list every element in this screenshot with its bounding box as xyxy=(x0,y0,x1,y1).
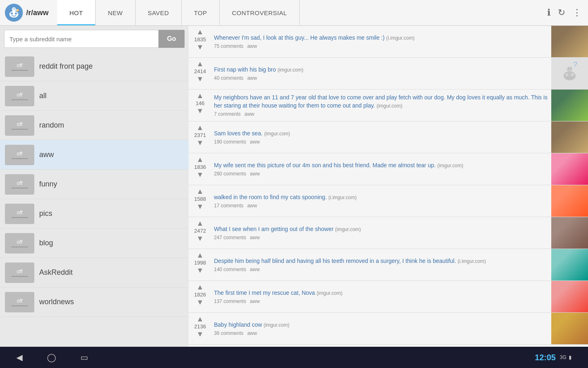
comments-count[interactable]: 17 comments xyxy=(214,203,243,209)
tab-saved[interactable]: SAVED xyxy=(136,0,182,25)
post-thumbnail[interactable] xyxy=(551,153,588,185)
sidebar-item-blog[interactable]: off blog xyxy=(0,229,189,258)
tab-top[interactable]: TOP xyxy=(182,0,220,25)
post-title[interactable]: First nap with his big bro (imgur.com) xyxy=(214,66,549,74)
toggle-all[interactable]: off xyxy=(5,86,34,106)
sidebar-item-aww[interactable]: off aww xyxy=(0,140,189,170)
toggle-random-label: off xyxy=(17,121,22,127)
sidebar-item-funny[interactable]: off funny xyxy=(0,170,189,199)
comments-count[interactable]: 75 comments xyxy=(214,43,243,49)
post-thumbnail[interactable] xyxy=(551,90,588,121)
vote-count: 2136 xyxy=(194,323,206,330)
upvote-button[interactable]: ▲ xyxy=(196,251,204,259)
go-button[interactable]: Go xyxy=(158,30,185,48)
search-input[interactable] xyxy=(4,30,158,48)
post-meta: 75 comments aww xyxy=(214,43,549,49)
upvote-button[interactable]: ▲ xyxy=(196,188,204,195)
posts-area: ▲ 1835 ▼ Whenever I'm sad, I look at thi… xyxy=(189,26,588,347)
sidebar-item-all[interactable]: off all xyxy=(0,81,189,111)
post-thumbnail[interactable] xyxy=(551,249,588,280)
svg-point-10 xyxy=(571,73,574,76)
post-thumbnail[interactable] xyxy=(551,217,588,249)
post-thumbnail[interactable] xyxy=(551,281,588,312)
post-title[interactable]: The first time I met my rescue cat, Nova… xyxy=(214,289,549,297)
post-subreddit: aww xyxy=(247,43,257,49)
recents-button[interactable]: ▭ xyxy=(80,352,88,362)
upvote-button[interactable]: ▲ xyxy=(196,315,204,323)
toggle-frontpage[interactable]: off xyxy=(5,56,34,77)
comments-count[interactable]: 140 comments xyxy=(214,267,246,272)
downvote-button[interactable]: ▼ xyxy=(196,330,204,338)
back-button[interactable]: ◀ xyxy=(16,352,22,362)
upvote-button[interactable]: ▲ xyxy=(196,283,204,291)
toggle-line xyxy=(11,217,28,218)
post-title[interactable]: Despite him being half blind and having … xyxy=(214,257,549,265)
downvote-button[interactable]: ▼ xyxy=(196,75,204,83)
post-thumbnail[interactable] xyxy=(551,26,588,57)
home-button[interactable]: ◯ xyxy=(47,352,56,362)
upvote-button[interactable]: ▲ xyxy=(196,220,204,227)
more-options-icon[interactable]: ⋮ xyxy=(572,7,581,18)
toggle-worldnews[interactable]: off xyxy=(5,292,34,312)
downvote-button[interactable]: ▼ xyxy=(196,43,204,51)
upvote-button[interactable]: ▲ xyxy=(196,28,204,36)
post-thumbnail[interactable]: ? xyxy=(551,58,588,89)
sidebar-item-askreddit[interactable]: off AskReddit xyxy=(0,258,189,287)
sidebar-label-frontpage: reddit front page xyxy=(39,62,93,71)
tab-controversial[interactable]: CONTROVERSIAL xyxy=(220,0,300,25)
post-thumbnail[interactable] xyxy=(551,313,588,344)
post-title[interactable]: My neighbors have an 11 and 7 year old t… xyxy=(214,94,549,110)
upvote-button[interactable]: ▲ xyxy=(196,60,204,67)
toggle-random[interactable]: off xyxy=(5,115,34,136)
toggle-pics-label: off xyxy=(17,209,22,215)
post-meta: 36 comments aww xyxy=(214,330,549,336)
upvote-button[interactable]: ▲ xyxy=(196,124,204,131)
refresh-icon[interactable]: ↻ xyxy=(558,7,565,18)
post-title[interactable]: What I see when I am getting out of the … xyxy=(214,225,549,233)
sidebar-item-random[interactable]: off random xyxy=(0,111,189,140)
post-title[interactable]: walked in the room to find my cats spoon… xyxy=(214,193,549,202)
vote-count: 2371 xyxy=(194,132,206,138)
sidebar-item-frontpage[interactable]: off reddit front page xyxy=(0,52,189,81)
sidebar-label-askreddit: AskReddit xyxy=(39,268,73,277)
post-thumbnail[interactable] xyxy=(551,121,588,153)
info-icon[interactable]: ℹ xyxy=(547,7,550,18)
downvote-button[interactable]: ▼ xyxy=(196,203,204,210)
toggle-funny[interactable]: off xyxy=(5,174,34,195)
post-domain: (imgur.com) xyxy=(278,67,303,73)
logo-area: /r/aww xyxy=(0,0,57,25)
toggle-funny-label: off xyxy=(17,180,22,186)
comments-count[interactable]: 280 comments xyxy=(214,171,246,177)
downvote-button[interactable]: ▼ xyxy=(196,267,204,274)
post-title[interactable]: Baby highland cow (imgur.com) xyxy=(214,321,549,329)
comments-count[interactable]: 36 comments xyxy=(214,330,243,336)
post-meta: 40 comments aww xyxy=(214,75,549,81)
downvote-button[interactable]: ▼ xyxy=(196,298,204,306)
search-area: Go xyxy=(4,30,185,48)
post-meta: 280 comments aww xyxy=(214,171,549,177)
post-title[interactable]: Sam loves the sea. (imgur.com) xyxy=(214,130,549,138)
toggle-aww[interactable]: off xyxy=(5,145,34,165)
toggle-line xyxy=(11,99,28,100)
toggle-pics[interactable]: off xyxy=(5,204,34,224)
toggle-askreddit[interactable]: off xyxy=(5,263,34,283)
upvote-button[interactable]: ▲ xyxy=(196,92,204,99)
upvote-button[interactable]: ▲ xyxy=(196,156,204,163)
post-thumbnail[interactable] xyxy=(551,185,588,217)
downvote-button[interactable]: ▼ xyxy=(196,139,204,146)
post-title[interactable]: My wife sent me this picture of our 4m s… xyxy=(214,162,549,170)
tab-new[interactable]: NEW xyxy=(96,0,136,25)
comments-count[interactable]: 247 comments xyxy=(214,235,246,240)
comments-count[interactable]: 137 comments xyxy=(214,298,246,304)
tab-hot[interactable]: HOT xyxy=(57,0,96,25)
comments-count[interactable]: 7 comments xyxy=(214,111,241,117)
sidebar-item-pics[interactable]: off pics xyxy=(0,199,189,229)
sidebar-item-worldnews[interactable]: off worldnews xyxy=(0,287,189,317)
downvote-button[interactable]: ▼ xyxy=(196,107,204,114)
comments-count[interactable]: 40 comments xyxy=(214,75,243,81)
downvote-button[interactable]: ▼ xyxy=(196,235,204,242)
post-title[interactable]: Whenever I'm sad, I look at this guy... … xyxy=(214,34,549,42)
comments-count[interactable]: 190 comments xyxy=(214,139,246,145)
downvote-button[interactable]: ▼ xyxy=(196,171,204,178)
toggle-blog[interactable]: off xyxy=(5,233,34,254)
